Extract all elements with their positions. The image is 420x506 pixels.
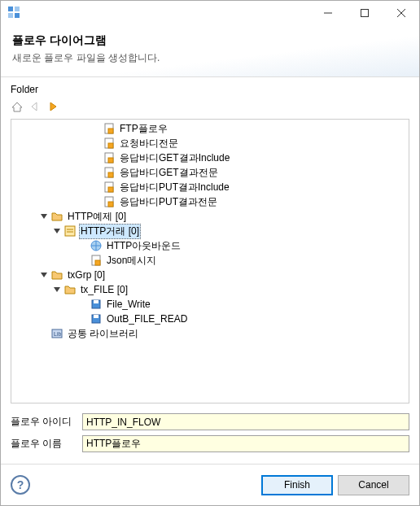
svg-marker-23 [41,214,47,219]
tree-item[interactable]: tx_FILE [0] [11,282,409,297]
dialog-title: 플로우 다이어그램 [12,33,408,48]
dialog-header: 플로우 다이어그램 새로운 플로우 파일을 생성합니다. [1,25,419,77]
tree-item-label: FTP플로우 [118,122,169,136]
tree-item-label: 응답바디GET결과전문 [118,166,220,180]
back-icon[interactable] [28,100,42,116]
tree-item[interactable]: HTTP아웃바운드 [11,238,409,253]
tree-item[interactable]: HTTP예제 [0] [11,209,409,224]
svg-rect-14 [108,143,113,148]
tree-item-label: 요청바디전문 [118,137,180,150]
svg-rect-1 [15,7,20,11]
tree-item-label: OutB_FILE_READ [105,313,189,325]
cancel-button[interactable]: Cancel [338,475,409,495]
globe-icon [90,239,103,252]
tree-item[interactable]: 요청바디전문 [11,136,409,150]
tree-item-label: HTTP거래 [0] [79,224,141,239]
app-icon [7,6,20,21]
svg-rect-0 [8,7,13,11]
forward-icon[interactable] [46,100,59,116]
folder-icon [50,210,63,223]
titlebar [1,1,419,25]
help-icon[interactable]: ? [11,475,30,495]
tree-item[interactable]: 응답바디PUT결과Include [11,180,409,194]
finish-button[interactable]: Finish [261,475,333,495]
svg-rect-20 [108,187,113,192]
tree-item[interactable]: HTTP거래 [0] [11,224,409,238]
tree-item[interactable]: File_Write [11,297,409,312]
minimize-button[interactable] [309,2,346,25]
tree-item[interactable]: 응답바디GET결과Include [11,150,409,165]
svg-marker-10 [50,103,56,111]
svg-rect-25 [65,226,75,236]
disk-icon [90,298,103,311]
tree-item-label: File_Write [105,299,152,310]
tree-toolbar [11,98,409,119]
close-button[interactable] [383,2,419,25]
maximize-button[interactable] [346,2,383,25]
tree-item-label: 응답바디PUT결과전문 [118,195,219,209]
folder-tree[interactable]: FTP플로우요청바디전문응답바디GET결과Include응답바디GET결과전문응… [11,119,409,403]
svg-marker-9 [32,103,37,111]
file-icon [103,122,116,135]
tree-item[interactable]: 응답바디PUT결과전문 [11,194,409,209]
svg-text:Lib: Lib [54,331,61,337]
tree-item[interactable]: Json메시지 [11,253,409,268]
svg-marker-32 [54,287,60,292]
expand-spacer [77,312,90,325]
home-icon[interactable] [11,100,24,116]
tree-item-label: tx_FILE [0] [79,284,129,295]
tree-item[interactable]: Lib공통 라이브러리 [11,326,409,341]
tree-item-label: txGrp [0] [66,269,107,281]
expand-spacer [90,122,103,135]
svg-rect-18 [108,172,113,177]
tree-item[interactable]: 응답바디GET결과전문 [11,165,409,180]
svg-rect-12 [108,129,113,133]
expand-spacer [90,137,103,150]
expand-spacer [77,298,90,311]
expand-icon[interactable] [50,283,63,296]
file-icon [103,181,116,194]
folder-icon [63,283,77,296]
file-icon [103,166,116,179]
lib-icon: Lib [50,327,63,340]
tree-item-label: HTTP아웃바운드 [105,239,182,253]
flow-name-input[interactable] [82,435,409,452]
tree-item-label: 응답바디PUT결과Include [118,181,231,194]
svg-rect-5 [361,10,368,17]
expand-spacer [77,254,90,267]
svg-rect-2 [8,13,13,18]
file-icon [103,151,116,164]
svg-marker-31 [41,273,47,277]
file-icon [103,137,116,150]
form-icon [63,225,77,238]
file-icon [103,195,116,208]
svg-marker-24 [54,229,60,233]
file-icon [90,254,103,267]
expand-spacer [90,151,103,164]
expand-spacer [90,166,103,179]
expand-spacer [90,195,103,208]
flow-name-label: 플로우 이름 [11,437,82,451]
svg-rect-22 [108,202,113,207]
flow-id-input[interactable] [82,413,409,430]
tree-item-label: Json메시지 [105,254,158,268]
folder-icon [50,268,63,281]
folder-label: Folder [11,84,409,95]
tree-item[interactable]: FTP플로우 [11,121,409,136]
expand-icon[interactable] [50,225,63,238]
tree-item[interactable]: txGrp [0] [11,268,409,282]
expand-icon[interactable] [37,210,50,223]
flow-id-label: 플로우 아이디 [11,415,82,429]
expand-spacer [77,239,90,252]
svg-marker-8 [12,103,22,111]
tree-item-label: 공통 라이브러리 [66,327,140,341]
svg-rect-16 [108,158,113,163]
expand-spacer [37,327,50,340]
tree-item-label: 응답바디GET결과Include [118,151,231,165]
svg-rect-34 [94,300,98,303]
dialog-subtitle: 새로운 플로우 파일을 생성합니다. [12,51,408,65]
expand-icon[interactable] [37,268,50,281]
svg-rect-3 [15,13,20,18]
tree-item[interactable]: OutB_FILE_READ [11,312,409,326]
expand-spacer [90,181,103,194]
